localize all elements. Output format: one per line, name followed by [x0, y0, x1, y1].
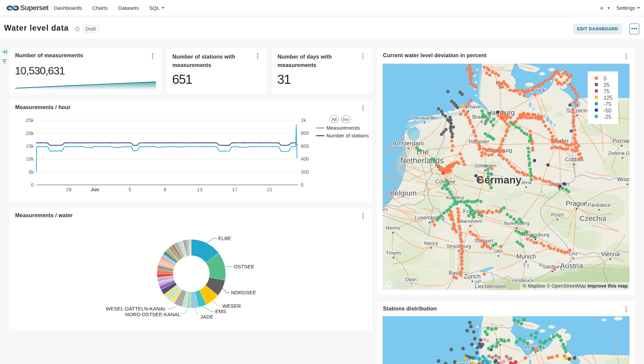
svg-text:WESEL-DATTELN-KANAL: WESEL-DATTELN-KANAL — [106, 306, 166, 311]
svg-text:WESER: WESER — [222, 303, 241, 309]
svg-text:800: 800 — [301, 130, 309, 136]
svg-text:NORDSEE: NORDSEE — [231, 290, 256, 295]
svg-text:75: 75 — [604, 89, 610, 94]
svg-text:© Mapbox © OpenStreetMap Impro: © Mapbox © OpenStreetMap Improve this ma… — [523, 283, 628, 289]
svg-text:125: 125 — [604, 95, 613, 101]
svg-text:21: 21 — [267, 187, 272, 192]
svg-text:29: 29 — [66, 187, 71, 192]
svg-text:600: 600 — [301, 143, 309, 149]
svg-text:Inv: Inv — [343, 117, 349, 122]
svg-text:20k: 20k — [26, 131, 34, 136]
svg-text:All: All — [331, 117, 336, 122]
svg-text:1k: 1k — [301, 118, 306, 123]
svg-text:10k: 10k — [26, 156, 34, 162]
svg-text:0: 0 — [301, 182, 303, 188]
svg-text:5: 5 — [129, 187, 131, 192]
svg-text:Measurements: Measurements — [326, 125, 360, 131]
svg-text:13: 13 — [197, 187, 202, 192]
svg-text:m: m — [387, 283, 391, 287]
svg-text:0: 0 — [604, 76, 607, 81]
svg-text:mapbox: mapbox — [393, 281, 415, 287]
svg-text:-75: -75 — [604, 101, 611, 107]
svg-text:9: 9 — [163, 187, 166, 192]
svg-text:ELBE: ELBE — [218, 235, 231, 241]
svg-text:400: 400 — [301, 156, 309, 162]
svg-text:NORD-OSTSEE-KANAL: NORD-OSTSEE-KANAL — [125, 311, 181, 317]
svg-text:JADE: JADE — [200, 314, 213, 320]
svg-text:0: 0 — [31, 182, 34, 188]
svg-text:15k: 15k — [26, 143, 34, 149]
svg-text:17: 17 — [232, 187, 237, 192]
svg-text:5k: 5k — [29, 169, 34, 175]
svg-text:-50: -50 — [604, 108, 611, 113]
svg-text:25: 25 — [604, 82, 610, 88]
svg-text:OSTSEE: OSTSEE — [234, 264, 254, 269]
svg-text:25k: 25k — [26, 118, 34, 123]
svg-text:-25: -25 — [604, 114, 611, 120]
svg-text:EMS: EMS — [215, 308, 226, 314]
svg-text:Number of stations: Number of stations — [326, 133, 369, 138]
svg-text:200: 200 — [301, 169, 309, 175]
svg-text:Jun: Jun — [91, 187, 99, 192]
